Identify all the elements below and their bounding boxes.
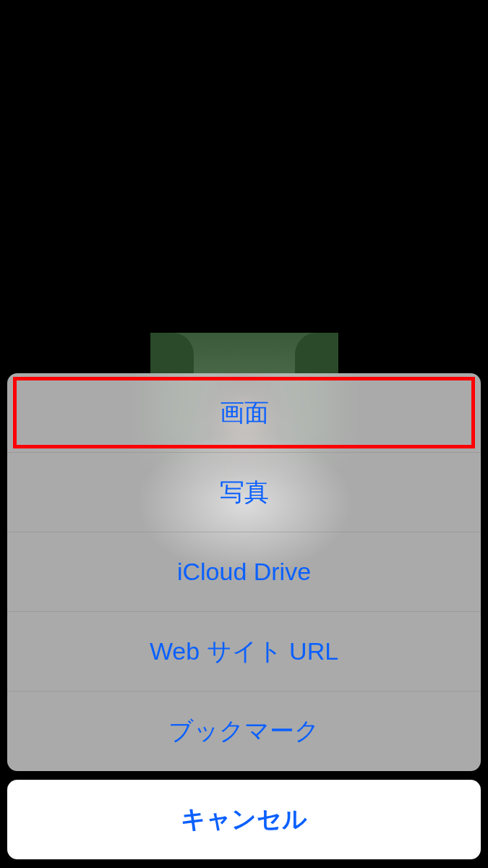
action-option-screen[interactable]: 画面 — [7, 373, 481, 453]
action-option-bookmarks[interactable]: ブックマーク — [7, 692, 481, 771]
action-option-label: iCloud Drive — [177, 558, 311, 586]
action-option-label: 画面 — [220, 396, 269, 430]
action-option-label: ブックマーク — [168, 715, 320, 748]
action-option-label: Web サイト URL — [150, 635, 338, 668]
cancel-button[interactable]: キャンセル — [7, 780, 481, 859]
action-option-label: 写真 — [220, 476, 269, 509]
action-sheet: 画面 写真 iCloud Drive Web サイト URL ブックマーク キャ… — [0, 373, 488, 868]
action-option-website-url[interactable]: Web サイト URL — [7, 612, 481, 692]
cancel-button-label: キャンセル — [181, 803, 307, 836]
action-sheet-options-group: 画面 写真 iCloud Drive Web サイト URL ブックマーク — [7, 373, 481, 771]
action-option-icloud-drive[interactable]: iCloud Drive — [7, 532, 481, 612]
action-option-photos[interactable]: 写真 — [7, 453, 481, 532]
